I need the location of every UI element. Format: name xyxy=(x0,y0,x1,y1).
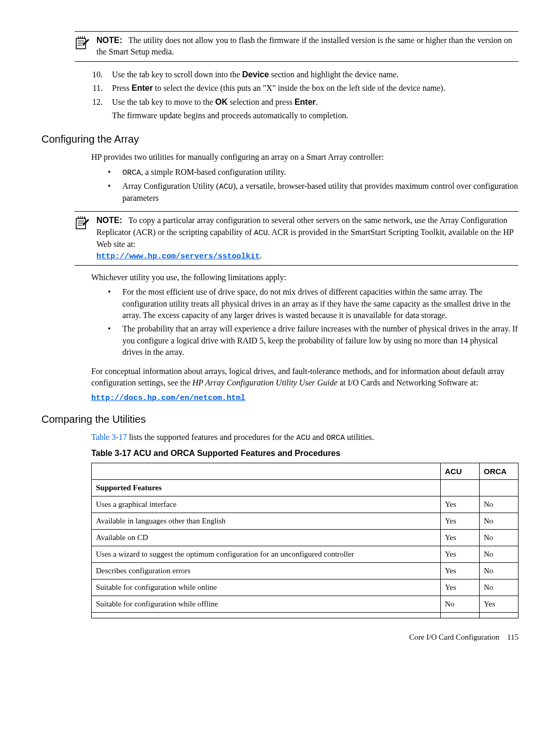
orca-code: ORCA xyxy=(122,169,141,177)
note-block: NOTE: The utility does not allow you to … xyxy=(75,31,519,62)
feature-cell: Uses a wizard to suggest the optimum con… xyxy=(92,546,441,562)
orca-cell: No xyxy=(480,562,519,579)
col-blank xyxy=(92,463,441,479)
table-row: Available on CDYesNo xyxy=(92,529,519,546)
table-row: Uses a graphical interfaceYesNo xyxy=(92,496,519,513)
note-icon xyxy=(75,35,89,53)
steps-list: 10. Use the tab key to scroll down into … xyxy=(91,69,519,122)
netcom-link[interactable]: http://docs.hp.com/en/netcom.html xyxy=(91,394,245,403)
feature-cell: Uses a graphical interface xyxy=(92,496,441,513)
limitations-list: •For the most efficient use of drive spa… xyxy=(108,286,519,358)
acu-code: ACU xyxy=(219,183,233,191)
note-block: NOTE: To copy a particular array configu… xyxy=(75,211,519,266)
acu-cell: Yes xyxy=(441,579,480,596)
page-footer: Core I/O Card Configuration 115 xyxy=(41,632,519,643)
acu-cell: Yes xyxy=(441,546,480,562)
feature-cell xyxy=(92,612,441,618)
table-row: Supported Features xyxy=(92,479,519,496)
feature-cell: Describes configuration errors xyxy=(92,562,441,579)
acu-cell: Yes xyxy=(441,529,480,546)
orca-cell: No xyxy=(480,579,519,596)
acu-cell xyxy=(441,479,480,496)
list-item: The probability that an array will exper… xyxy=(122,323,519,358)
table-row: Available in languages other than Englis… xyxy=(92,513,519,529)
note-label: NOTE: xyxy=(96,216,122,225)
intro-text: HP provides two utilities for manually c… xyxy=(91,151,519,163)
feature-cell: Available on CD xyxy=(92,529,441,546)
acu-code: ACU xyxy=(254,229,268,238)
acu-cell: Yes xyxy=(441,513,480,529)
col-acu: ACU xyxy=(441,463,480,479)
table-row: Uses a wizard to suggest the optimum con… xyxy=(92,546,519,562)
sstoolkit-link[interactable]: http://www.hp.com/servers/sstoolkit xyxy=(96,252,260,261)
feature-cell: Suitable for configuration while offline xyxy=(92,596,441,612)
step-number: 12. xyxy=(91,96,103,122)
orca-cell xyxy=(480,612,519,618)
note-text: The utility does not allow you to flash … xyxy=(96,36,512,56)
utility-list: •ORCA, a simple ROM-based configuration … xyxy=(108,167,519,204)
feature-cell: Available in languages other than Englis… xyxy=(92,513,441,529)
col-orca: ORCA xyxy=(480,463,519,479)
note-label: NOTE: xyxy=(96,36,122,45)
limitations-intro: Whichever utility you use, the following… xyxy=(91,272,519,283)
table-caption: Table 3-17 ACU and ORCA Supported Featur… xyxy=(91,448,519,459)
table-row: Suitable for configuration while offline… xyxy=(92,596,519,612)
step-subtext: The firmware update begins and proceeds … xyxy=(112,110,519,121)
orca-cell: No xyxy=(480,496,519,513)
acu-code: ACU xyxy=(296,434,310,443)
ok-label: OK xyxy=(215,98,228,106)
step-number: 10. xyxy=(91,69,103,80)
section-heading: Configuring the Array xyxy=(41,132,519,146)
table-row: Suitable for configuration while onlineY… xyxy=(92,579,519,596)
orca-cell xyxy=(480,479,519,496)
table-row: Describes configuration errorsYesNo xyxy=(92,562,519,579)
orca-cell: No xyxy=(480,546,519,562)
features-table: ACU ORCA Supported FeaturesUses a graphi… xyxy=(91,463,519,618)
guide-title: HP Array Configuration Utility User Guid… xyxy=(192,378,338,387)
table-ref-link[interactable]: Table 3-17 xyxy=(91,433,127,441)
step-number: 11. xyxy=(91,82,103,94)
orca-cell: Yes xyxy=(480,596,519,612)
orca-cell: No xyxy=(480,529,519,546)
feature-cell: Supported Features xyxy=(92,479,441,496)
feature-cell: Suitable for configuration while online xyxy=(92,579,441,596)
device-label: Device xyxy=(242,70,269,79)
enter-label: Enter xyxy=(295,98,316,106)
acu-cell: Yes xyxy=(441,562,480,579)
note-icon xyxy=(75,215,89,233)
list-item: For the most efficient use of drive spac… xyxy=(122,286,519,321)
acu-cell: Yes xyxy=(441,496,480,513)
acu-cell xyxy=(441,612,480,618)
orca-code: ORCA xyxy=(326,434,345,443)
enter-label: Enter xyxy=(132,84,153,92)
acu-cell: No xyxy=(441,596,480,612)
section-heading: Comparing the Utilities xyxy=(41,412,519,426)
table-row xyxy=(92,612,519,618)
orca-cell: No xyxy=(480,513,519,529)
